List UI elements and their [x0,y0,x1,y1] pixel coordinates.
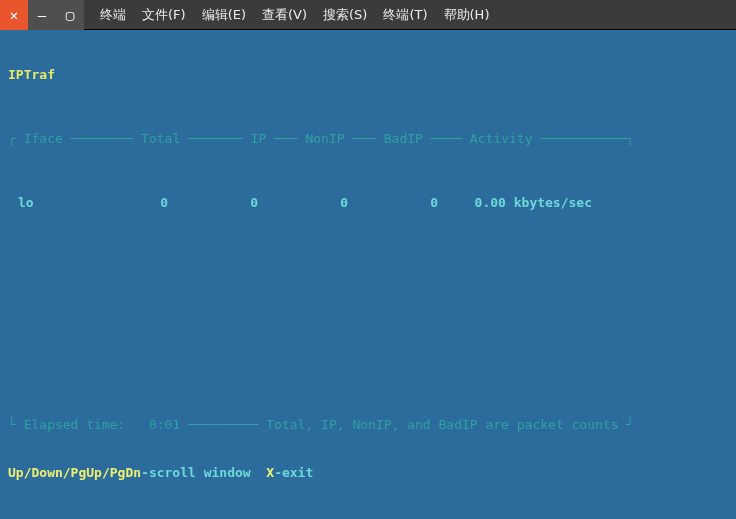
cell-ip: 0 [168,195,258,211]
cell-badip: 0 [348,195,438,211]
hint-exit: -exit [274,465,313,480]
window-titlebar: ✕ — ▢ 终端 文件(F) 编辑(E) 查看(V) 搜索(S) 终端(T) 帮… [0,0,736,30]
maximize-icon[interactable]: ▢ [56,0,84,30]
menu-help[interactable]: 帮助(H) [438,4,496,26]
hint-scroll: -scroll window [141,465,251,480]
table-row: lo 0 0 0 0 0.00 kbytes/sec [8,195,728,211]
menu-terminal[interactable]: 终端 [94,4,132,26]
cell-activity: 0.00 kbytes/sec [438,195,598,211]
col-activity: Activity [470,131,533,147]
menu-file[interactable]: 文件(F) [136,4,192,26]
window-controls: ✕ — ▢ [0,0,84,29]
footer-hint-line: Up/Down/PgUp/PgDn-scroll window X-exit [8,465,728,481]
menu-terminal2[interactable]: 终端(T) [377,4,433,26]
hint-keys: Up/Down/PgUp/PgDn [8,465,141,480]
elapsed-label: Elapsed time: [24,417,126,432]
menu-view[interactable]: 查看(V) [256,4,313,26]
menu-edit[interactable]: 编辑(E) [196,4,252,26]
col-nonip: NonIP [305,131,344,147]
menubar: 终端 文件(F) 编辑(E) 查看(V) 搜索(S) 终端(T) 帮助(H) [94,4,495,26]
hint-x-key: X [266,465,274,480]
elapsed-value: 0:01 [149,417,180,432]
col-iface: Iface [24,131,63,147]
cell-iface: lo [8,195,78,211]
terminal-area[interactable]: IPTraf ┌ Iface ──────── Total ─────── IP… [0,30,736,519]
footer-note: Total, IP, NonIP, and BadIP are packet c… [266,417,618,432]
close-icon[interactable]: ✕ [0,0,28,30]
cell-total: 0 [78,195,168,211]
footer: └ Elapsed time: 0:01 ───────── Total, IP… [8,385,728,513]
col-badip: BadIP [384,131,423,147]
menu-search[interactable]: 搜索(S) [317,4,373,26]
cell-nonip: 0 [258,195,348,211]
col-total: Total [141,131,180,147]
app-title: IPTraf [8,67,728,83]
footer-status-line: └ Elapsed time: 0:01 ───────── Total, IP… [8,417,728,433]
col-ip: IP [251,131,267,147]
table-header: ┌ Iface ──────── Total ─────── IP ─── No… [8,131,728,147]
minimize-icon[interactable]: — [28,0,56,30]
